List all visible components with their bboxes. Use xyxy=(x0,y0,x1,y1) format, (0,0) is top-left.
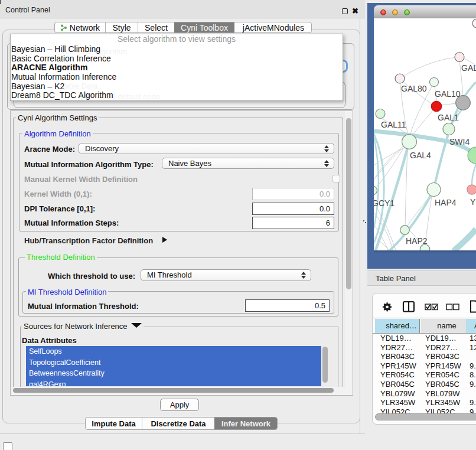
svg-text:HAP2: HAP2 xyxy=(406,236,428,246)
svg-text:YD: YD xyxy=(470,197,476,207)
svg-text:GAL4: GAL4 xyxy=(410,151,431,160)
svg-text:GAL7: GAL7 xyxy=(461,63,476,73)
svg-text:GCY1: GCY1 xyxy=(374,198,395,208)
svg-text:SWI4: SWI4 xyxy=(449,137,470,146)
svg-text:GAL80: GAL80 xyxy=(401,84,427,93)
svg-text:GAL11: GAL11 xyxy=(381,120,406,129)
svg-text:GAL10: GAL10 xyxy=(435,89,461,99)
svg-text:GAL1: GAL1 xyxy=(438,113,459,122)
svg-text:HAP4: HAP4 xyxy=(435,198,457,207)
